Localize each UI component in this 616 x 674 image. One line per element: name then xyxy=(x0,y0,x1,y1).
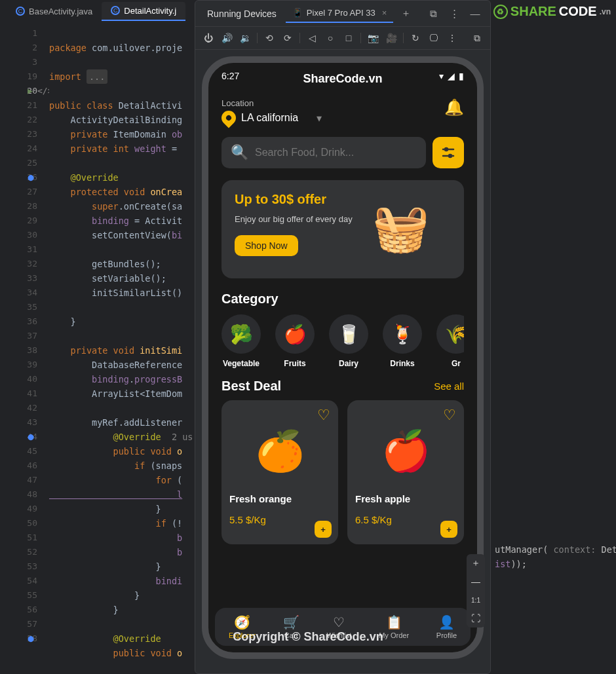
code-text xyxy=(49,576,156,586)
code-text: binding xyxy=(92,215,129,226)
code-text: o xyxy=(177,446,182,457)
category-heading: Category xyxy=(221,291,464,307)
code-text: progressB xyxy=(134,374,182,384)
code-text: initSimilarList() xyxy=(49,288,182,298)
device-tab-label: Pixel 7 Pro API 33 xyxy=(307,8,375,18)
code-text: ob xyxy=(172,129,182,140)
reload-icon[interactable]: ↻ xyxy=(408,30,423,46)
heart-icon[interactable]: ♡ xyxy=(317,407,330,424)
search-box[interactable]: 🔍 xyxy=(221,137,426,168)
category-dairy[interactable]: 🥛Dairy xyxy=(329,314,368,368)
sliders-icon xyxy=(440,145,456,160)
code-text: } xyxy=(49,504,161,514)
category-grain[interactable]: 🌾Gr xyxy=(436,314,464,368)
device-tab-pixel7[interactable]: 📱 Pixel 7 Pro API 33 × xyxy=(286,4,393,23)
code-text: bindi xyxy=(156,576,183,586)
code-text-overflow: utManager( context: Detail ist)); xyxy=(495,528,616,571)
layout-inspector-icon[interactable]: ⧉ xyxy=(469,30,485,46)
vegetable-icon: 🥦 xyxy=(221,314,261,354)
display-settings-icon[interactable]: 🖵 xyxy=(426,30,442,46)
category-drinks[interactable]: 🍹Drinks xyxy=(383,314,422,368)
notification-bell-icon[interactable]: 🔔 xyxy=(444,98,464,117)
zoom-fit-button[interactable]: ⛶ xyxy=(467,609,485,627)
power-icon[interactable]: ⏻ xyxy=(201,30,216,46)
add-to-cart-button[interactable]: + xyxy=(315,521,332,538)
rotate-left-icon[interactable]: ⟲ xyxy=(261,30,277,46)
more-toolbar-icon[interactable]: ⋮ xyxy=(444,30,460,46)
close-icon[interactable]: × xyxy=(382,8,387,18)
deal-card-orange[interactable]: ♡ 🍊 Fresh orange 5.5 $/Kg + xyxy=(221,400,338,544)
overview-icon[interactable]: □ xyxy=(341,30,356,46)
location-dropdown[interactable]: LA california ▾ xyxy=(221,111,322,125)
promo-banner[interactable]: Up to 30$ offer Enjoy our big offer of e… xyxy=(221,180,464,278)
code-text: (! xyxy=(172,518,182,529)
nav-wishlist[interactable]: ♡Wishlist xyxy=(327,614,352,639)
grain-icon: 🌾 xyxy=(436,314,464,354)
add-to-cart-button[interactable]: + xyxy=(440,521,457,538)
code-text: 2 us xyxy=(161,432,193,442)
category-row[interactable]: 🥦Vegetable 🍎Fruits 🥛Dairy 🍹Drinks 🌾Gr xyxy=(221,314,464,368)
zoom-actual-button[interactable]: 1:1 xyxy=(467,591,485,609)
filter-button[interactable] xyxy=(433,137,464,168)
code-text: } xyxy=(49,561,161,572)
code-text: ItemDomain xyxy=(113,129,172,140)
back-icon[interactable]: ◁ xyxy=(304,30,320,46)
add-device-button[interactable]: ＋ xyxy=(397,5,414,22)
heart-icon[interactable]: ♡ xyxy=(443,407,456,424)
nav-profile[interactable]: 👤Profile xyxy=(436,614,457,639)
code-text: (snaps xyxy=(150,460,182,471)
nav-explorer[interactable]: 🧭Explorer xyxy=(229,614,256,639)
person-icon: 👤 xyxy=(438,614,455,630)
cart-icon: 🛒 xyxy=(283,614,299,630)
volume-up-icon[interactable]: 🔊 xyxy=(219,30,235,46)
code-text: } xyxy=(49,590,140,601)
zoom-controls: ＋ — 1:1 ⛶ xyxy=(467,554,485,627)
code-text: onCrea xyxy=(150,187,182,197)
class-icon: C xyxy=(16,7,25,16)
deal-card-apple[interactable]: ♡ 🍎 Fresh apple 6.5 $/Kg + xyxy=(347,400,464,544)
shop-now-button[interactable]: Shop Now xyxy=(235,235,298,256)
code-text: myRef.addListener xyxy=(49,417,182,428)
code-text: private xyxy=(49,129,113,140)
see-all-link[interactable]: See all xyxy=(434,381,464,392)
folded-region[interactable]: ... xyxy=(87,69,107,84)
nav-cart[interactable]: 🛒Cart xyxy=(283,614,299,639)
zoom-out-button[interactable]: — xyxy=(467,572,485,591)
compass-icon: 🧭 xyxy=(234,614,250,630)
code-text: if xyxy=(49,460,150,471)
editor-tab-base-activity[interactable]: C BaseActivity.java xyxy=(7,3,102,20)
code-text: super xyxy=(49,201,119,212)
screen-record-icon[interactable]: 🎥 xyxy=(383,30,399,46)
code-text: weight xyxy=(134,143,166,154)
code-text: l xyxy=(49,489,182,500)
code-text: b xyxy=(49,547,182,557)
more-menu-icon[interactable]: ⋮ xyxy=(446,5,463,22)
zoom-in-button[interactable]: ＋ xyxy=(467,554,485,572)
running-devices-header: Running Devices 📱 Pixel 7 Pro API 33 × ＋… xyxy=(195,1,490,27)
editor-tab-detail-activity[interactable]: C DetailActivity.j xyxy=(102,2,185,21)
device-toolbar: ⏻ 🔊 🔉 ⟲ ⟳ ◁ ○ □ 📷 🎥 ↻ 🖵 ⋮ ⧉ xyxy=(195,27,490,50)
rotate-right-icon[interactable]: ⟳ xyxy=(280,30,296,46)
nav-my-order[interactable]: 📋My Order xyxy=(379,614,409,639)
screenshot-icon[interactable]: 📷 xyxy=(365,30,381,46)
phone-icon: 📱 xyxy=(292,8,303,18)
code-text: ArrayList<ItemDom xyxy=(49,388,182,399)
code-text: } xyxy=(49,605,119,615)
code-text: getBundles(); xyxy=(49,259,161,269)
code-text: @Override xyxy=(49,432,161,442)
logo-text-vn: .vn xyxy=(600,7,611,16)
banner-title: Up to 30$ offer xyxy=(235,192,364,207)
window-options-icon[interactable]: ⧉ xyxy=(425,5,442,22)
code-text: package xyxy=(49,43,87,53)
category-fruits[interactable]: 🍎Fruits xyxy=(275,314,315,368)
code-text xyxy=(49,374,92,384)
search-input[interactable] xyxy=(255,147,417,159)
minimize-icon[interactable]: — xyxy=(467,5,484,22)
bottom-nav: 🧭Explorer 🛒Cart ♡Wishlist 📋My Order 👤Pro… xyxy=(215,608,471,646)
volume-down-icon[interactable]: 🔉 xyxy=(237,30,253,46)
code-text: setVariable(); xyxy=(49,273,166,284)
category-vegetable[interactable]: 🥦Vegetable xyxy=(221,314,261,368)
code-text: public void xyxy=(49,648,177,658)
fruits-icon: 🍎 xyxy=(275,314,315,354)
home-icon[interactable]: ○ xyxy=(322,30,338,46)
